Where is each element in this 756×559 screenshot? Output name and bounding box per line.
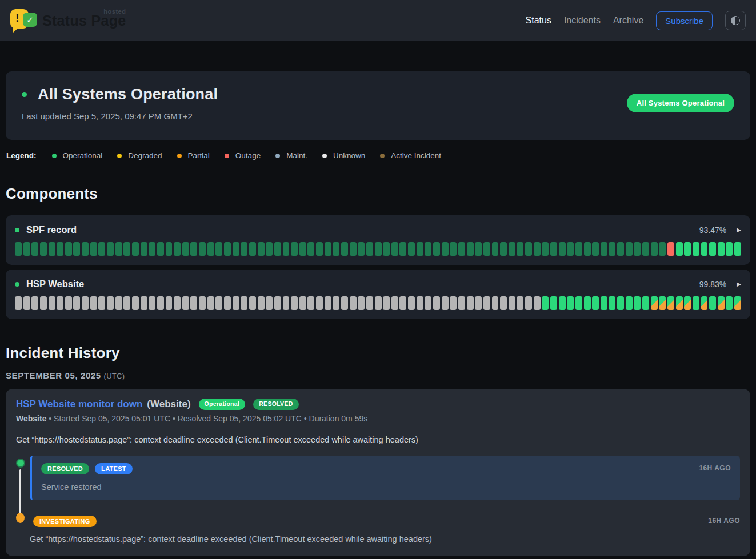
uptime-bar-dim <box>65 242 72 256</box>
incident-date-timezone: (UTC) <box>104 372 125 380</box>
component-name: HSP Website <box>26 279 84 289</box>
uptime-bar-dim <box>509 242 515 256</box>
legend-item: Maint. <box>275 151 307 160</box>
uptime-bar-dim <box>534 242 541 256</box>
uptime-bar-nodata <box>534 296 541 310</box>
nav-incidents[interactable]: Incidents <box>564 15 601 26</box>
component-header-hsp-website[interactable]: HSP Website 99.83% ▶ <box>15 279 741 289</box>
component-card-hsp-website: HSP Website 99.83% ▶ <box>6 270 750 319</box>
uptime-bar-up <box>718 242 725 256</box>
uptime-bar-nodata <box>467 296 474 310</box>
uptime-bar-up <box>542 296 549 310</box>
uptime-bar-dim <box>425 242 431 256</box>
uptime-bar-dim <box>141 242 147 256</box>
timeline-connector-line <box>19 469 21 514</box>
uptime-bar-dim <box>123 242 130 256</box>
legend-item: Outage <box>225 151 261 160</box>
uptime-bar-up <box>693 296 699 310</box>
component-name: SPF record <box>26 224 77 235</box>
update-resolved: RESOLVED LATEST 16H AGO Service restored <box>30 456 740 500</box>
uptime-bar-dim <box>651 242 658 256</box>
legend-item: Unknown <box>322 151 365 160</box>
uptime-bar-dim <box>316 242 323 256</box>
uptime-bar-nodata <box>442 296 449 310</box>
status-page-logo-icon: ! ✓ <box>10 7 38 34</box>
uptime-bar-dim <box>399 242 406 256</box>
uptime-bar-nodata <box>341 296 348 310</box>
uptime-bar-nodata <box>149 296 155 310</box>
uptime-bar-dim <box>241 242 247 256</box>
uptime-bar-up <box>617 296 624 310</box>
uptime-bar-nodata <box>224 296 231 310</box>
uptime-bar-nodata <box>509 296 515 310</box>
overall-status-card: All Systems Operational Last updated Sep… <box>6 71 750 140</box>
component-status-dot <box>15 228 19 232</box>
resolved-badge: RESOLVED <box>41 463 89 474</box>
brand[interactable]: ! ✓ Status Page hosted <box>10 7 126 34</box>
uptime-bar-dim <box>433 242 440 256</box>
uptime-bar-nodata <box>115 296 122 310</box>
uptime-bar-nodata <box>73 296 80 310</box>
expand-caret-icon[interactable]: ▶ <box>737 227 741 233</box>
uptime-bar-dim <box>408 242 415 256</box>
uptime-bar-dim <box>634 242 641 256</box>
uptime-bar-dim <box>266 242 273 256</box>
uptime-bar-nodata <box>15 296 22 310</box>
uptime-bar-nodata <box>215 296 222 310</box>
uptime-bar-up <box>592 296 599 310</box>
uptime-bar-dim <box>492 242 499 256</box>
uptime-bar-nodata <box>199 296 206 310</box>
uptime-bar-nodata <box>391 296 398 310</box>
uptime-bar-up <box>709 296 716 310</box>
uptime-bar-dim <box>283 242 290 256</box>
uptime-bar-partial <box>701 296 708 310</box>
uptime-bar-dim <box>132 242 139 256</box>
component-card-spf: SPF record 93.47% ▶ <box>6 215 750 265</box>
uptime-bar-nodata <box>190 296 197 310</box>
legend-status-dot <box>52 154 57 158</box>
uptime-bar-nodata <box>98 296 105 310</box>
uptime-bar-dim <box>190 242 197 256</box>
uptime-bar-up <box>642 296 649 310</box>
legend-status-dot <box>225 154 229 158</box>
uptime-bar-up <box>701 242 708 256</box>
uptime-bar-dim <box>383 242 390 256</box>
uptime-bar-dim <box>517 242 523 256</box>
uptime-bar-nodata <box>23 296 30 310</box>
legend-status-dot <box>380 154 385 158</box>
legend-item-label: Unknown <box>333 151 365 160</box>
uptime-bar-nodata <box>207 296 214 310</box>
incident-component-name: (Website) <box>147 399 190 410</box>
uptime-bar-dim <box>23 242 30 256</box>
update-timestamp: 16H AGO <box>708 517 740 525</box>
incident-title-link[interactable]: HSP Website monitor down <box>16 399 142 410</box>
uptime-bar-dim <box>224 242 231 256</box>
nav-status[interactable]: Status <box>526 15 551 26</box>
subscribe-button[interactable]: Subscribe <box>656 11 713 30</box>
incident-card: HSP Website monitor down (Website) Opera… <box>6 389 750 556</box>
uptime-bar-dim <box>73 242 80 256</box>
uptime-bars-track <box>15 296 741 310</box>
uptime-bar-nodata <box>258 296 265 310</box>
operational-badge: Operational <box>199 399 246 410</box>
uptime-bar-dim <box>350 242 357 256</box>
uptime-bar-up <box>676 242 683 256</box>
incident-meta-component: Website <box>16 414 46 423</box>
nav-archive[interactable]: Archive <box>613 15 643 26</box>
uptime-bar-dim <box>601 242 607 256</box>
component-header-spf[interactable]: SPF record 93.47% ▶ <box>15 224 741 235</box>
uptime-bar-dim <box>550 242 557 256</box>
exclamation-icon: ! <box>15 12 19 23</box>
uptime-bar-dim <box>291 242 298 256</box>
expand-caret-icon[interactable]: ▶ <box>737 281 741 287</box>
uptime-bar-nodata <box>458 296 465 310</box>
uptime-bar-dim <box>575 242 582 256</box>
uptime-bar-dim <box>642 242 649 256</box>
header: ! ✓ Status Page hosted StatusIncidentsAr… <box>0 0 756 41</box>
theme-toggle-button[interactable] <box>725 11 746 30</box>
timeline-node-resolved <box>16 459 25 468</box>
uptime-bar-nodata <box>283 296 290 310</box>
legend-status-dot <box>275 154 280 158</box>
uptime-bar-partial <box>676 296 683 310</box>
uptime-bar-dim <box>659 242 666 256</box>
